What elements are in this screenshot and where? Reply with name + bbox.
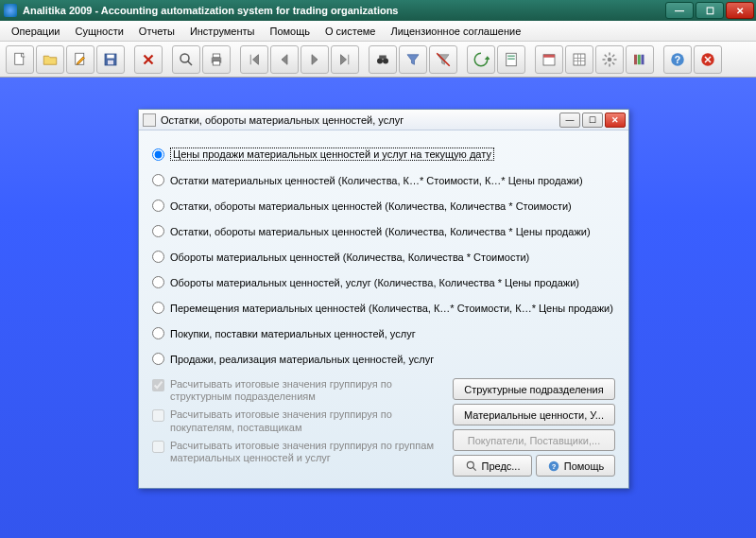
radio-input-3[interactable] — [152, 225, 164, 237]
checkbox-structures[interactable] — [152, 379, 164, 391]
radio-option-5[interactable]: Обороты материальных ценностей, услуг (К… — [152, 276, 615, 288]
menu-help[interactable]: Помощь — [262, 23, 318, 40]
menubar: Операции Сущности Отчеты Инструменты Пом… — [0, 21, 756, 42]
tool-prev-icon[interactable] — [270, 45, 299, 74]
checkbox-label-2: Расчитывать итоговые значения группируя … — [170, 440, 443, 464]
radio-label-8: Продажи, реализация материальных ценност… — [170, 354, 434, 365]
radio-label-2: Остатки, обороты материальных ценностей … — [170, 200, 572, 212]
svg-rect-19 — [634, 54, 637, 64]
tool-report-icon[interactable] — [497, 45, 525, 74]
radio-label-7: Покупки, поставки материальных ценностей… — [170, 328, 416, 339]
menu-about[interactable]: О системе — [318, 23, 383, 40]
app-icon — [4, 4, 17, 17]
tool-clear-filter-icon[interactable] — [429, 45, 457, 74]
tool-next-icon[interactable] — [301, 45, 329, 74]
radio-option-7[interactable]: Покупки, поставки материальных ценностей… — [152, 327, 615, 339]
tool-refresh-icon[interactable] — [467, 45, 495, 74]
tool-exit-icon[interactable] — [694, 45, 722, 74]
dialog-title: Остатки, обороты материальных ценностей,… — [161, 114, 559, 126]
main-window: Analitika 2009 - Accounting automatizati… — [0, 0, 756, 538]
svg-rect-20 — [638, 54, 641, 64]
radio-option-2[interactable]: Остатки, обороты материальных ценностей … — [152, 200, 615, 212]
preview-button[interactable]: Предс... — [453, 455, 532, 477]
structures-button[interactable]: Структурные подразделения — [453, 378, 615, 400]
radio-option-1[interactable]: Остатки материальных ценностей (Количест… — [152, 174, 615, 186]
menu-operations[interactable]: Операции — [4, 23, 67, 40]
checkbox-label-1: Расчитывать итоговые значения группируя … — [170, 408, 443, 433]
checkbox-label-0: Расчитывать итоговые значения группируя … — [170, 378, 443, 403]
tool-first-icon[interactable] — [240, 45, 268, 74]
menu-reports[interactable]: Отчеты — [131, 23, 182, 40]
maximize-button[interactable]: ☐ — [696, 2, 724, 19]
svg-rect-13 — [507, 55, 515, 57]
svg-rect-21 — [642, 54, 644, 64]
radio-input-8[interactable] — [152, 353, 164, 365]
svg-rect-14 — [507, 58, 515, 60]
svg-rect-17 — [574, 54, 585, 65]
radio-option-4[interactable]: Обороты материальных ценностей (Количест… — [152, 251, 615, 263]
radio-input-7[interactable] — [152, 327, 164, 339]
dialog-maximize-button[interactable]: ☐ — [582, 113, 603, 128]
toolbar: ? — [0, 42, 756, 78]
checkbox-row-structures[interactable]: Расчитывать итоговые значения группируя … — [152, 378, 443, 403]
radio-option-0[interactable]: Цены продажи материальных ценностей и ус… — [152, 148, 615, 161]
svg-text:?: ? — [551, 461, 556, 470]
search-icon — [465, 460, 478, 473]
menu-tools[interactable]: Инструменты — [182, 23, 263, 40]
tool-search-icon[interactable] — [172, 45, 200, 74]
radio-input-1[interactable] — [152, 174, 164, 186]
radio-input-2[interactable] — [152, 200, 164, 212]
materials-button[interactable]: Материальные ценности, У... — [453, 404, 615, 425]
tool-binoculars-icon[interactable] — [369, 45, 397, 74]
radio-input-5[interactable] — [152, 276, 164, 288]
checkbox-row-groups[interactable]: Расчитывать итоговые значения группируя … — [152, 440, 443, 464]
radio-input-6[interactable] — [152, 302, 164, 314]
svg-point-18 — [608, 57, 612, 61]
dialog-minimize-button[interactable]: — — [559, 113, 580, 128]
radio-input-4[interactable] — [152, 251, 164, 263]
minimize-button[interactable]: — — [665, 2, 694, 19]
tool-edit-icon[interactable] — [66, 45, 94, 74]
titlebar: Analitika 2009 - Accounting automatizati… — [0, 0, 756, 21]
tool-print-icon[interactable] — [202, 45, 231, 74]
dialog-icon — [143, 113, 156, 127]
report-dialog: Остатки, обороты материальных ценностей,… — [138, 109, 629, 489]
tool-new-icon[interactable] — [6, 45, 34, 74]
help-button[interactable]: ? Помощь — [536, 455, 615, 477]
tool-calendar-icon[interactable] — [535, 45, 563, 74]
checkbox-row-buyers[interactable]: Расчитывать итоговые значения группируя … — [152, 408, 443, 433]
radio-input-0[interactable] — [152, 148, 164, 161]
svg-rect-7 — [213, 54, 220, 58]
tool-grid-icon[interactable] — [565, 45, 593, 74]
menu-license[interactable]: Лицензионное соглашение — [383, 23, 528, 40]
radio-label-6: Перемещения материальных ценностей (Коли… — [170, 303, 613, 314]
radio-label-4: Обороты материальных ценностей (Количест… — [170, 252, 529, 263]
svg-rect-4 — [108, 60, 113, 64]
app-title: Analitika 2009 - Accounting automatizati… — [23, 5, 663, 16]
checkbox-groups[interactable] — [152, 441, 164, 453]
dialog-close-button[interactable]: ✕ — [605, 113, 626, 128]
radio-option-6[interactable]: Перемещения материальных ценностей (Коли… — [152, 302, 615, 314]
svg-rect-3 — [107, 54, 114, 58]
tool-help-icon[interactable]: ? — [663, 45, 692, 74]
radio-label-3: Остатки, обороты материальных ценностей … — [170, 226, 591, 237]
close-button[interactable]: ✕ — [726, 2, 754, 19]
help-icon: ? — [547, 460, 560, 473]
radio-label-0: Цены продажи материальных ценностей и ус… — [170, 148, 494, 161]
tool-settings-icon[interactable] — [595, 45, 624, 74]
radio-label-1: Остатки материальных ценностей (Количест… — [170, 175, 583, 186]
buyers-button: Покупатели, Поставщики,... — [453, 429, 615, 451]
tool-filter-icon[interactable] — [399, 45, 427, 74]
radio-option-3[interactable]: Остатки, обороты материальных ценностей … — [152, 225, 615, 237]
tool-books-icon[interactable] — [626, 45, 654, 74]
tool-save-icon[interactable] — [96, 45, 125, 74]
radio-option-8[interactable]: Продажи, реализация материальных ценност… — [152, 353, 615, 365]
checkbox-buyers[interactable] — [152, 409, 164, 422]
svg-text:?: ? — [675, 53, 680, 64]
tool-open-icon[interactable] — [36, 45, 64, 74]
svg-rect-11 — [379, 55, 387, 59]
tool-delete-icon[interactable] — [134, 45, 163, 74]
tool-last-icon[interactable] — [331, 45, 359, 74]
svg-rect-8 — [213, 61, 220, 65]
menu-entities[interactable]: Сущности — [67, 23, 130, 40]
